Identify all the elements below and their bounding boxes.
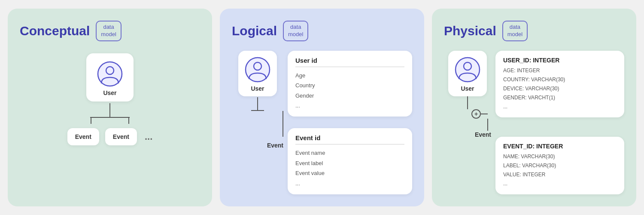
conceptual-events-row: Event Event ... bbox=[67, 128, 153, 145]
logical-user-card: User bbox=[238, 51, 277, 96]
physical-event-label-field: LABEL: VARCHAR(30) bbox=[503, 161, 617, 170]
physical-user-gender: GENDER: VARCHT(1) bbox=[503, 93, 617, 102]
physical-user-card: User bbox=[448, 51, 487, 96]
logical-left: User Event bbox=[232, 51, 283, 194]
physical-body: User Event USER_ID: INTEGER AGE: INTEGER… bbox=[444, 49, 624, 194]
logical-user-more: ... bbox=[295, 101, 404, 111]
conceptual-header: Conceptual data model bbox=[20, 21, 200, 41]
conceptual-event-card-2: Event bbox=[105, 128, 137, 145]
logical-panel: Logical data model User bbox=[220, 9, 424, 206]
physical-user-device: DEVICE: VARCHAR(30) bbox=[503, 84, 617, 93]
conceptual-body: User Event Event ... bbox=[20, 49, 200, 194]
logical-user-age: Age bbox=[295, 71, 404, 80]
logical-event-label-field: Event label bbox=[295, 158, 404, 168]
conceptual-ellipsis: ... bbox=[145, 131, 152, 142]
physical-title: Physical bbox=[444, 24, 496, 38]
physical-event-more: ... bbox=[503, 179, 617, 188]
logical-event-info-card: Event id Event name Event label Event va… bbox=[288, 128, 412, 194]
conceptual-title: Conceptual bbox=[20, 24, 90, 38]
physical-right: USER_ID: INTEGER AGE: INTEGER COUNTRY: V… bbox=[491, 51, 624, 194]
physical-user-age: AGE: INTEGER bbox=[503, 66, 617, 75]
physical-event-info-card: EVENT_ID: INTEGER NAME: VARCHAR(30) LABE… bbox=[495, 137, 624, 194]
physical-event-name: NAME: VARCHAR(30) bbox=[503, 152, 617, 161]
logical-event-value: Event value bbox=[295, 168, 404, 178]
logical-header: Logical data model bbox=[232, 21, 412, 41]
logical-event-label: Event bbox=[267, 137, 283, 149]
logical-user-icon bbox=[245, 57, 270, 83]
connector-tree bbox=[71, 103, 149, 124]
logical-user-country: Country bbox=[295, 80, 404, 90]
logical-event-name: Event name bbox=[295, 148, 404, 158]
logical-user-label: User bbox=[251, 85, 264, 92]
logical-user-card-title: User id bbox=[295, 57, 404, 67]
physical-user-info-card: USER_ID: INTEGER AGE: INTEGER COUNTRY: V… bbox=[495, 51, 624, 117]
physical-user-label: User bbox=[461, 85, 474, 92]
conceptual-user-card: User bbox=[86, 53, 134, 101]
physical-panel: Physical data model User bbox=[432, 9, 636, 206]
conceptual-badge: data model bbox=[96, 21, 121, 41]
logical-right: User id Age Country Gender ... Event id … bbox=[283, 51, 412, 194]
logical-user-gender: Gender bbox=[295, 91, 404, 101]
logical-body: User Event User id Age Country Gender bbox=[232, 49, 412, 194]
physical-connector: Event bbox=[444, 96, 491, 138]
physical-user-icon bbox=[455, 57, 480, 83]
physical-header: Physical data model bbox=[444, 21, 624, 41]
conceptual-user-label: User bbox=[103, 89, 116, 96]
logical-badge: data model bbox=[283, 21, 308, 41]
logical-event-card-title: Event id bbox=[295, 134, 404, 144]
physical-event-card-title: EVENT_ID: INTEGER bbox=[503, 143, 617, 150]
physical-user-country: COUNTRY: VARCHAR(30) bbox=[503, 75, 617, 84]
logical-user-info-card: User id Age Country Gender ... bbox=[288, 51, 412, 117]
logical-connector bbox=[251, 97, 264, 111]
physical-event-label: Event bbox=[475, 131, 491, 138]
user-icon bbox=[97, 61, 123, 87]
conceptual-event-card-1: Event bbox=[67, 128, 99, 145]
conceptual-panel: Conceptual data model User Event bbox=[8, 9, 212, 206]
logical-title: Logical bbox=[232, 24, 277, 38]
physical-user-more: ... bbox=[503, 102, 617, 111]
physical-left: User Event bbox=[444, 51, 491, 194]
fk-symbol bbox=[471, 109, 481, 119]
physical-user-card-title: USER_ID: INTEGER bbox=[503, 57, 617, 64]
physical-badge: data model bbox=[502, 21, 528, 41]
physical-event-value: VALUE: INTEGER bbox=[503, 170, 617, 179]
logical-event-more: ... bbox=[295, 178, 404, 188]
